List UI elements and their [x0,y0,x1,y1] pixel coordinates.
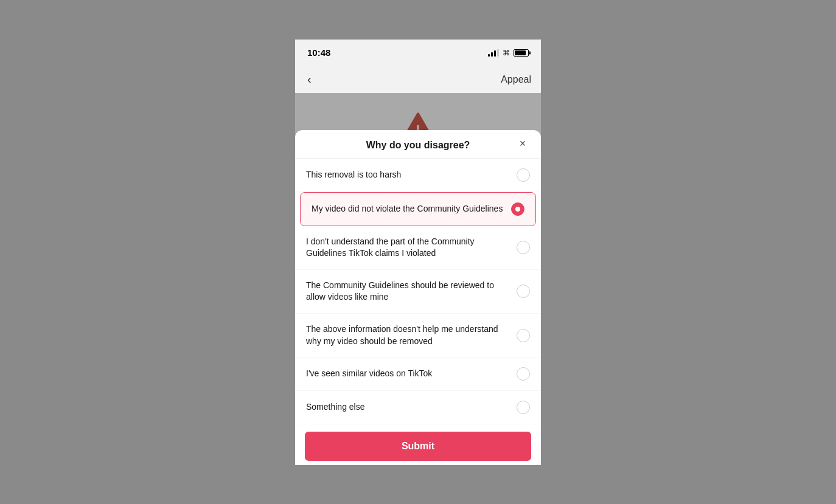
option-item-2[interactable]: My video did not violate the Community G… [300,192,536,226]
modal-sheet: Why do you disagree? × This removal is t… [295,130,541,465]
submit-button[interactable]: Submit [305,432,531,461]
back-button[interactable]: ‹ [305,67,314,91]
option-text-1: This removal is too harsh [306,169,517,181]
option-text-4: The Community Guidelines should be revie… [306,280,517,303]
option-item-6[interactable]: I've seen similar videos on TikTok [295,357,541,391]
option-text-2: My video did not violate the Community G… [312,203,511,215]
phone-frame: 10:48 ⌘ ‹ Appeal ! Video removed This vi… [295,40,541,465]
radio-btn-2[interactable] [511,202,524,216]
modal-header: Why do you disagree? × [295,130,541,159]
option-item-5[interactable]: The above information doesn't help me un… [295,314,541,357]
battery-icon [514,49,529,57]
submit-area: Submit [295,424,541,464]
option-item-4[interactable]: The Community Guidelines should be revie… [295,270,541,314]
status-time: 10:48 [307,47,330,58]
option-item-1[interactable]: This removal is too harsh [295,159,541,192]
modal-title: Why do you disagree? [366,140,470,151]
radio-btn-6[interactable] [517,367,530,381]
radio-btn-4[interactable] [517,285,530,298]
option-item-7[interactable]: Something else [295,391,541,424]
option-text-6: I've seen similar videos on TikTok [306,368,517,380]
option-text-5: The above information doesn't help me un… [306,323,517,347]
status-bar: 10:48 ⌘ [295,40,541,66]
radio-btn-1[interactable] [517,168,530,182]
status-icons: ⌘ [488,49,529,57]
page-content: ! Video removed This video violates our … [295,93,541,465]
wifi-icon: ⌘ [503,49,510,57]
option-text-3: I don't understand the part of the Commu… [306,236,517,260]
option-item-3[interactable]: I don't understand the part of the Commu… [295,226,541,270]
option-text-7: Something else [306,401,517,413]
radio-btn-3[interactable] [517,241,530,254]
radio-btn-5[interactable] [517,329,530,342]
appeal-button[interactable]: Appeal [501,74,531,85]
modal-overlay: Why do you disagree? × This removal is t… [295,93,541,465]
radio-btn-7[interactable] [517,401,530,414]
close-icon[interactable]: × [514,136,531,153]
options-list: This removal is too harsh My video did n… [295,159,541,425]
signal-icon [488,49,499,57]
nav-bar: ‹ Appeal [295,66,541,93]
